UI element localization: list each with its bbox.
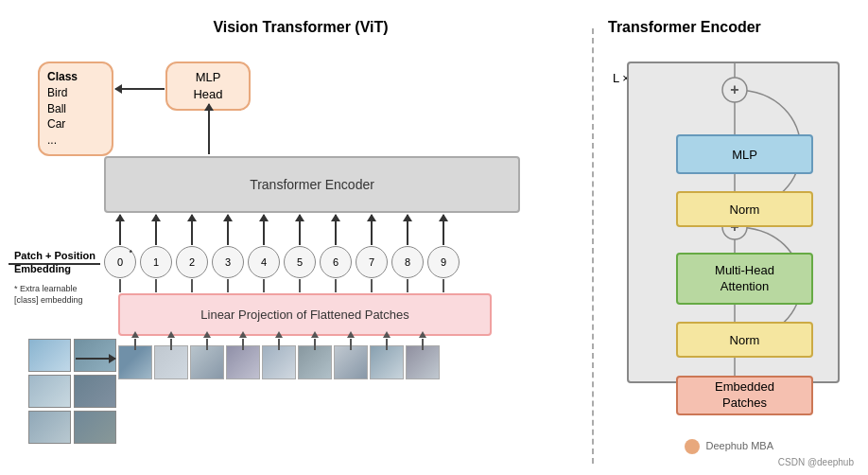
patch-6: 6 [320,246,352,278]
patch-img-1 [118,345,152,379]
patch-img-8 [370,345,404,379]
arrow-head-up [204,103,214,111]
up-arrow-3 [212,215,244,245]
up-arrow-4 [248,215,280,245]
enc-mlp-label: MLP [676,134,813,174]
patch-pos-note2: [class] embedding [14,295,109,307]
svg-point-3 [722,78,747,102]
da-2 [176,279,208,292]
arrow-img-to-patch [76,358,115,360]
mlp-head-line2: Head [177,86,239,103]
class-dots: ... [47,132,104,149]
patch-img-2 [154,345,188,379]
patch-0: 0 [104,246,136,278]
patch-pos-text2: Embedding [14,263,71,274]
da-6 [320,279,352,292]
arrow-label-patch [100,263,102,265]
da-3 [212,279,244,292]
patch-7: 7 [356,246,388,278]
enc-embed-box: EmbeddedPatches [676,376,813,415]
class-ball: Ball [47,101,104,117]
arrow-mlp-to-class [115,88,165,90]
deephub-logo: Deephub MBA [685,439,773,454]
encoder-title: Transformer Encoder [608,19,844,36]
patch-pos-text: Patch + Position [14,250,95,261]
da-8 [391,279,424,292]
mlp-head-line1: MLP [177,69,239,86]
da-4 [248,279,280,292]
patch-img-7 [334,345,368,379]
da-9 [427,279,460,292]
patch-4: 4 [248,246,280,278]
up-arrow-0 [104,215,136,245]
class-car: Car [47,116,104,132]
arrow-enc-to-mlphead [208,104,210,154]
patch-2: 2 [176,246,208,278]
img-thumb-6 [74,411,116,444]
enc-mha-text: Multi-HeadAttention [715,263,774,295]
patch-img-5 [262,345,296,379]
transformer-encoder-box: Transformer Encoder [104,156,520,213]
patch-8: 8 [391,246,424,278]
up-arrow-5 [284,215,316,245]
img-thumb-5 [28,411,71,444]
class-box: Class Bird Ball Car ... [38,62,113,156]
patch-img-9 [406,345,440,379]
encoder-outer-box: + + MLP Norm Multi-HeadAttention Norm [627,62,840,383]
up-arrow-1 [140,215,172,245]
main-container: Vision Transformer (ViT) Class Bird Ball… [0,0,868,475]
svg-text:+: + [730,81,738,97]
img-thumb-4 [74,375,116,408]
linear-proj-box: Linear Projection of Flattened Patches [118,293,492,336]
img-thumb-3 [28,375,71,408]
vit-title: Vision Transformer (ViT) [19,19,582,36]
patch-9: 9 [427,246,460,278]
vit-section: Vision Transformer (ViT) Class Bird Ball… [9,9,592,466]
patch-3: 3 [212,246,244,278]
patches-row: 0 1 2 3 4 5 6 7 8 9 [104,246,460,278]
patch-5: 5 [284,246,316,278]
upward-arrows [104,215,460,245]
enc-norm1-text: Norm [730,202,760,217]
deephub-text: Deephub MBA [705,440,773,451]
patch-img-4 [226,345,260,379]
enc-norm2-text: Norm [730,333,760,347]
up-arrow-9 [427,215,460,245]
transformer-encoder-label: Transformer Encoder [250,177,374,192]
patch-img-6 [298,345,332,379]
da-7 [356,279,388,292]
enc-mlp-text: MLP [732,148,757,162]
linear-proj-label: Linear Projection of Flattened Patches [200,308,408,322]
image-grid [28,339,116,444]
da-5 [284,279,316,292]
patch-img-3 [190,345,224,379]
deephub-icon [685,439,700,454]
class-label: Class [47,69,104,85]
up-arrow-7 [356,215,388,245]
arrow-head-left [114,84,122,94]
encoder-section: Transformer Encoder L × + [594,9,859,466]
up-arrow-6 [320,215,352,245]
patch-images-row [118,345,440,379]
class-bird: Bird [47,85,104,101]
patch-pos-note1: * Extra learnable [14,284,109,295]
up-arrow-2 [176,215,208,245]
csdn-watermark: CSDN @deephub [778,457,854,467]
enc-embed-text: EmbeddedPatches [715,379,774,412]
up-arrow-8 [391,215,424,245]
da-0 [104,279,136,292]
enc-mha-box: Multi-HeadAttention [676,253,813,305]
patch-1: 1 [140,246,172,278]
patch-pos-sub: * Extra learnable [class] embedding [14,284,109,306]
down-arrows-container [104,279,460,292]
patch-to-linear-arrows [118,331,440,350]
img-thumb-1 [28,339,71,372]
da-1 [140,279,172,292]
enc-norm1-box: Norm [676,191,813,227]
enc-norm2-box: Norm [676,322,813,358]
